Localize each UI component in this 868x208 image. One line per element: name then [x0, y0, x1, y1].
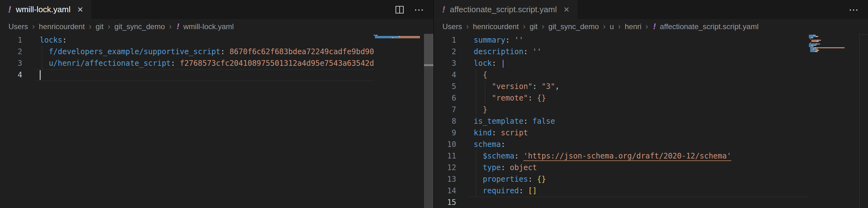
line-number: 8	[434, 115, 456, 127]
code-line[interactable]	[34, 69, 374, 81]
line-number: 10	[434, 139, 456, 150]
chevron-right-icon: ›	[169, 22, 172, 31]
tab-wmill-lock[interactable]: ! wmill-lock.yaml ✕	[0, 0, 92, 19]
line-number: 1	[0, 34, 22, 46]
gutter: 1234	[0, 34, 22, 81]
indent-guide	[476, 93, 476, 104]
indent-guide	[42, 46, 42, 58]
line-number: 3	[0, 58, 22, 69]
code-line[interactable]: lock: |	[468, 58, 809, 69]
editor[interactable]: 123456789101112131415 summary: ''descrip…	[434, 34, 868, 208]
indent-guide	[476, 104, 476, 115]
breadcrumb-item[interactable]: Users	[442, 22, 462, 31]
indent-guide	[476, 185, 476, 197]
code-line[interactable]: description: ''	[468, 46, 809, 58]
code-line[interactable]: summary: ''	[468, 34, 809, 46]
line-number: 5	[434, 81, 456, 93]
gutter: 123456789101112131415	[434, 34, 456, 208]
tab-actions: ⋯	[848, 0, 868, 19]
chevron-right-icon: ›	[645, 22, 648, 31]
overview-ruler	[859, 34, 868, 208]
indent-guide	[476, 174, 476, 185]
line-number: 2	[0, 46, 22, 58]
code-line[interactable]: required: []	[468, 185, 809, 197]
line-number: 7	[434, 104, 456, 115]
yaml-file-icon: !	[442, 5, 445, 14]
editor-group-right: ! affectionate_script.script.yaml ✕ ⋯ Us…	[433, 0, 868, 208]
close-icon[interactable]: ✕	[77, 5, 83, 14]
code-line[interactable]: $schema: 'https://json-schema.org/draft/…	[468, 150, 809, 162]
line-number: 4	[0, 69, 22, 81]
line-number: 14	[434, 185, 456, 197]
indent-guide	[476, 162, 476, 174]
code-line[interactable]: {	[468, 69, 809, 81]
split-editor-icon[interactable]	[395, 5, 405, 15]
yaml-file-icon: !	[653, 23, 656, 30]
line-number: 6	[434, 93, 456, 104]
breadcrumb-item[interactable]: git_sync_demo	[549, 22, 599, 31]
tab-actions: ⋯	[395, 0, 433, 19]
chevron-right-icon: ›	[89, 22, 92, 31]
breadcrumb-item[interactable]: git	[530, 22, 537, 31]
line-number: 15	[434, 197, 456, 208]
chevron-right-icon: ›	[107, 22, 111, 31]
chevron-right-icon: ›	[32, 22, 35, 31]
code-line[interactable]: type: object	[468, 162, 809, 174]
breadcrumb: Users›henricourdent›git›git_sync_demo›u›…	[434, 20, 868, 33]
chevron-right-icon: ›	[523, 22, 526, 31]
code-line[interactable]: schema:	[468, 139, 809, 150]
indent-guide	[42, 58, 42, 69]
minimap[interactable]	[809, 35, 859, 54]
line-number: 13	[434, 174, 456, 185]
minimap[interactable]	[374, 35, 424, 40]
line-number: 9	[434, 127, 456, 139]
indent-guide	[476, 69, 476, 81]
indent-guide	[485, 93, 485, 104]
code-lines[interactable]: summary: ''description: ''lock: | { "ver…	[468, 34, 809, 208]
breadcrumb-file[interactable]: wmill-lock.yaml	[183, 22, 234, 31]
breadcrumb: Users›henricourdent›git›git_sync_demo›!w…	[0, 20, 433, 33]
more-actions-icon[interactable]: ⋯	[848, 5, 859, 15]
code-line[interactable]: }	[468, 104, 809, 115]
breadcrumb-item[interactable]: henricourdent	[473, 22, 519, 31]
code-line[interactable]: locks:	[34, 34, 374, 46]
code-line[interactable]: u/henri/affectionate_script: f2768573cfc…	[34, 58, 374, 69]
tab-bar: ! wmill-lock.yaml ✕ ⋯	[0, 0, 433, 20]
code-lines[interactable]: locks: f/developers_example/supportive_s…	[34, 34, 374, 208]
chevron-right-icon: ›	[603, 22, 606, 31]
yaml-file-icon: !	[177, 23, 179, 30]
text-cursor	[40, 70, 41, 80]
breadcrumb-item[interactable]: u	[610, 22, 614, 31]
code-line[interactable]: f/developers_example/supportive_script: …	[34, 46, 374, 58]
line-number: 4	[434, 69, 456, 81]
chevron-right-icon: ›	[466, 22, 469, 31]
chevron-right-icon: ›	[618, 22, 621, 31]
indent-guide	[485, 81, 485, 93]
line-number: 12	[434, 162, 456, 174]
breadcrumb-file[interactable]: affectionate_script.script.yaml	[660, 22, 758, 31]
tab-affectionate-script[interactable]: ! affectionate_script.script.yaml ✕	[434, 0, 578, 19]
tab-label: wmill-lock.yaml	[16, 5, 71, 15]
indent-guide	[476, 150, 476, 162]
scrollbar[interactable]	[424, 34, 433, 208]
code-line[interactable]: is_template: false	[468, 115, 809, 127]
editor-group-left: ! wmill-lock.yaml ✕ ⋯ Users›henricourden…	[0, 0, 433, 208]
code-line[interactable]: "remote": {}	[468, 93, 809, 104]
more-actions-icon[interactable]: ⋯	[414, 5, 424, 15]
editor[interactable]: 1234 locks: f/developers_example/support…	[0, 34, 433, 208]
code-line[interactable]: kind: script	[468, 127, 809, 139]
yaml-file-icon: !	[8, 5, 11, 14]
line-number: 11	[434, 150, 456, 162]
breadcrumb-item[interactable]: henricourdent	[39, 22, 85, 31]
tab-label: affectionate_script.script.yaml	[450, 5, 557, 15]
chevron-right-icon: ›	[541, 22, 545, 31]
tab-bar: ! affectionate_script.script.yaml ✕ ⋯	[434, 0, 868, 20]
close-icon[interactable]: ✕	[563, 5, 570, 14]
breadcrumb-item[interactable]: Users	[8, 22, 28, 31]
breadcrumb-item[interactable]: henri	[625, 22, 641, 31]
breadcrumb-item[interactable]: git	[96, 22, 103, 31]
code-line[interactable]	[468, 197, 809, 208]
breadcrumb-item[interactable]: git_sync_demo	[115, 22, 165, 31]
code-line[interactable]: properties: {}	[468, 174, 809, 185]
code-line[interactable]: "version": "3",	[468, 81, 809, 93]
